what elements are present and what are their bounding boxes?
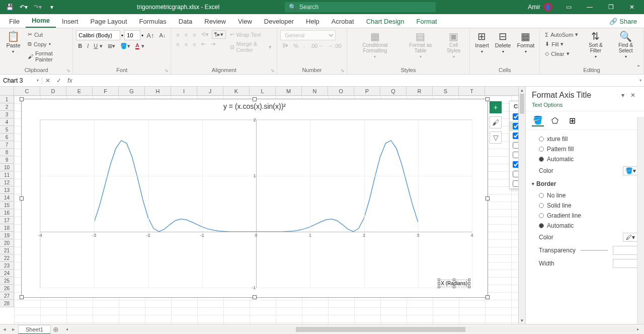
- row-header[interactable]: 16: [0, 209, 14, 217]
- user-account[interactable]: Amir 👤: [528, 3, 552, 12]
- sheet-tab[interactable]: Sheet1: [18, 325, 51, 335]
- column-header[interactable]: T: [459, 87, 485, 95]
- row-header[interactable]: 7: [0, 141, 14, 149]
- scroll-up-button[interactable]: ▲: [519, 87, 525, 94]
- row-header[interactable]: 2: [0, 103, 14, 111]
- align-bottom-button[interactable]: ≡: [191, 31, 198, 39]
- increase-decimal-button[interactable]: .00→: [308, 42, 325, 50]
- tab-view[interactable]: View: [232, 15, 258, 28]
- worksheet-grid[interactable]: CDEFGHIJKLMNOPQRST 123456789101112131415…: [0, 87, 518, 324]
- row-header[interactable]: 14: [0, 194, 14, 202]
- column-header[interactable]: J: [197, 87, 223, 95]
- comma-format-button[interactable]: ,: [301, 42, 307, 50]
- tab-home[interactable]: Home: [26, 14, 56, 28]
- save-button[interactable]: 💾: [4, 2, 15, 13]
- transparency-slider[interactable]: [581, 250, 608, 251]
- scroll-thumb[interactable]: [520, 94, 524, 114]
- chart-element-checkbox[interactable]: [513, 161, 518, 168]
- texture-fill-radio[interactable]: xture fill: [532, 134, 638, 144]
- ribbon-display-options[interactable]: ▭: [558, 0, 579, 14]
- ltr-button[interactable]: ¶▸▾: [212, 30, 226, 39]
- search-box[interactable]: 🔍 Search: [285, 2, 436, 12]
- align-center-button[interactable]: ≡: [183, 40, 190, 48]
- increase-font-button[interactable]: A↑: [144, 31, 156, 40]
- increase-indent-button[interactable]: ⇥: [209, 40, 217, 48]
- italic-button[interactable]: I: [85, 42, 91, 50]
- redo-button[interactable]: ↷▾: [32, 2, 43, 13]
- fill-line-tab[interactable]: 🪣: [532, 114, 544, 126]
- pane-options-button[interactable]: ▾: [618, 92, 628, 99]
- chart-object[interactable]: y = (x.cos(x).sin(x))² Y -4-3-2-101234-1…: [21, 99, 488, 298]
- conditional-formatting-button[interactable]: ▦ Conditional Formatting▾: [350, 30, 400, 60]
- percent-format-button[interactable]: %: [291, 42, 300, 50]
- chart-element-item[interactable]: Data Labels: [510, 141, 518, 150]
- expand-formula-bar[interactable]: ▾: [637, 78, 644, 83]
- chart-resize-handle[interactable]: [253, 295, 257, 299]
- column-header[interactable]: H: [145, 87, 171, 95]
- row-header[interactable]: 1: [0, 96, 14, 103]
- insert-cells-button[interactable]: ⊞ Insert▾: [473, 30, 491, 55]
- format-painter-button[interactable]: 🖌 Format Painter: [26, 49, 69, 63]
- copy-button[interactable]: ⧉ Copy ▾: [26, 40, 69, 48]
- merge-center-button[interactable]: ⊟ Merge & Center ▾: [228, 40, 274, 54]
- row-header[interactable]: 22: [0, 254, 14, 262]
- chart-element-item[interactable]: Axes: [510, 112, 518, 121]
- delete-cells-button[interactable]: ⊟ Delete▾: [493, 30, 513, 55]
- horizontal-scrollbar[interactable]: ◂ ▸: [64, 326, 641, 332]
- chart-filters-button[interactable]: ▽: [490, 131, 502, 144]
- paste-button[interactable]: 📋 Paste ▾: [3, 30, 24, 55]
- row-header[interactable]: 23: [0, 262, 14, 270]
- decrease-decimal-button[interactable]: ←.00: [326, 42, 343, 50]
- chart-resize-handle[interactable]: [486, 295, 490, 299]
- decrease-font-button[interactable]: A↓: [157, 31, 168, 39]
- find-select-button[interactable]: 🔍 Find & Select▾: [611, 30, 640, 60]
- row-header[interactable]: 13: [0, 186, 14, 194]
- scroll-left-button[interactable]: ◂: [64, 327, 70, 331]
- align-top-button[interactable]: ≡: [174, 31, 181, 39]
- undo-button[interactable]: ↶▾: [18, 2, 29, 13]
- row-header[interactable]: 21: [0, 247, 14, 254]
- gradient-line-radio[interactable]: Gradient line: [532, 211, 638, 221]
- row-header[interactable]: 5: [0, 126, 14, 133]
- format-as-table-button[interactable]: ▤ Format as Table▾: [402, 30, 439, 60]
- no-line-radio[interactable]: No line: [532, 190, 638, 201]
- chart-styles-button[interactable]: 🖌: [490, 116, 502, 128]
- chart-resize-handle[interactable]: [20, 97, 24, 101]
- chart-element-item[interactable]: Legend: [510, 169, 518, 179]
- row-header[interactable]: 27: [0, 292, 14, 300]
- font-dialog-launcher[interactable]: ⬂: [165, 68, 169, 73]
- fill-button[interactable]: ⬇ Fill ▾: [543, 40, 580, 48]
- sheet-nav-prev[interactable]: ◂: [0, 326, 9, 332]
- column-header[interactable]: G: [119, 87, 145, 95]
- clipboard-dialog-launcher[interactable]: ⬂: [66, 68, 70, 73]
- fx-button[interactable]: fx: [64, 77, 75, 84]
- chart-element-item[interactable]: Trendline: [510, 179, 518, 188]
- chart-resize-handle[interactable]: [20, 196, 24, 201]
- column-header[interactable]: E: [66, 87, 93, 95]
- tab-format[interactable]: Format: [411, 15, 443, 28]
- column-header[interactable]: I: [171, 87, 197, 95]
- row-header[interactable]: 9: [0, 156, 14, 164]
- column-header[interactable]: R: [407, 87, 433, 95]
- border-color-button[interactable]: 🖊▾: [623, 233, 638, 242]
- x-axis-title[interactable]: X (Radians): [439, 280, 469, 287]
- sheet-nav-next[interactable]: ▸: [9, 326, 18, 332]
- close-button[interactable]: ✕: [622, 0, 642, 14]
- wrap-text-button[interactable]: ↩ Wrap Text: [228, 30, 274, 39]
- chart-element-item[interactable]: Axis Titles▸: [510, 121, 518, 131]
- share-button[interactable]: 🔗 Share: [602, 15, 644, 28]
- chart-resize-handle[interactable]: [20, 295, 24, 299]
- cancel-formula-button[interactable]: ✕: [42, 77, 53, 84]
- pane-subtitle[interactable]: Text Options: [526, 102, 644, 111]
- row-header[interactable]: 19: [0, 232, 14, 239]
- tab-help[interactable]: Help: [300, 15, 326, 28]
- row-header[interactable]: 11: [0, 171, 14, 179]
- cell-styles-button[interactable]: ▣ Cell Styles▾: [441, 30, 466, 60]
- font-name-input[interactable]: [76, 30, 120, 40]
- row-header[interactable]: 12: [0, 179, 14, 186]
- row-header[interactable]: 3: [0, 111, 14, 118]
- chart-resize-handle[interactable]: [486, 196, 490, 201]
- qat-customize[interactable]: ▾: [46, 2, 57, 13]
- pattern-fill-radio[interactable]: Pattern fill: [532, 144, 638, 154]
- tab-page-layout[interactable]: Page Layout: [85, 15, 133, 28]
